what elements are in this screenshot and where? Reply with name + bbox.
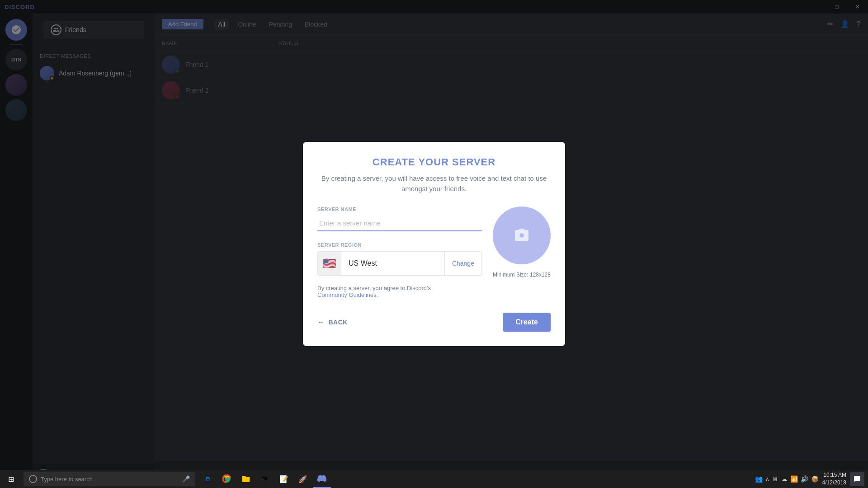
notification-badge[interactable] xyxy=(850,472,864,486)
taskbar-system-icons: 👥 ∧ 🖥 ☁ 📶 🔊 📦 xyxy=(755,475,819,483)
microphone-icon[interactable]: 🎤 xyxy=(182,475,190,483)
clock-time: 10:15 AM xyxy=(822,471,846,479)
region-name: US West xyxy=(341,259,444,267)
show-hidden-icon[interactable]: ∧ xyxy=(765,476,769,482)
search-circle-icon xyxy=(29,475,37,483)
wifi-icon: 📶 xyxy=(790,475,798,483)
back-button[interactable]: ← BACK xyxy=(317,318,348,326)
taskbar-right: 👥 ∧ 🖥 ☁ 📶 🔊 📦 10:15 AM 4/12/2018 xyxy=(755,471,868,487)
create-server-modal: CREATE YOUR SERVER By creating a server,… xyxy=(303,142,565,346)
network-icon: 🖥 xyxy=(772,475,778,483)
taskbar: ⊞ Type here to search 🎤 ⧉ 🛍 📝 🚀 xyxy=(0,470,868,488)
rocket-app[interactable]: 🚀 xyxy=(294,470,312,488)
modal-title: CREATE YOUR SERVER xyxy=(317,156,551,168)
icon-upload-area: Minimum Size: 128x128 xyxy=(493,206,551,278)
discord-app[interactable] xyxy=(313,470,331,488)
modal-body: SERVER NAME SERVER REGION 🇺🇸 US West Cha… xyxy=(317,206,551,298)
region-change-button[interactable]: Change xyxy=(444,252,481,275)
community-guidelines-link[interactable]: Community Guidelines. xyxy=(317,291,378,298)
back-arrow-icon: ← xyxy=(317,318,325,326)
server-name-input[interactable] xyxy=(317,216,482,231)
start-button[interactable]: ⊞ xyxy=(0,470,22,488)
clock-date: 4/12/2018 xyxy=(822,479,846,487)
server-name-label: SERVER NAME xyxy=(317,206,482,212)
create-button[interactable]: Create xyxy=(503,313,551,332)
modal-subtitle: By creating a server, you will have acce… xyxy=(317,174,551,194)
icon-min-size-text: Minimum Size: 128x128 xyxy=(493,272,551,278)
explorer-app[interactable] xyxy=(237,470,255,488)
region-box: 🇺🇸 US West Change xyxy=(317,251,482,276)
region-section: SERVER REGION 🇺🇸 US West Change xyxy=(317,242,482,276)
server-icon-upload[interactable] xyxy=(493,206,551,264)
chrome-app[interactable] xyxy=(218,470,236,488)
docs-app[interactable]: 📝 xyxy=(275,470,293,488)
taskbar-search-bar[interactable]: Type here to search 🎤 xyxy=(24,472,195,486)
network-people-icon: 👥 xyxy=(755,475,763,483)
store-app[interactable]: 🛍 xyxy=(256,470,274,488)
modal-form: SERVER NAME SERVER REGION 🇺🇸 US West Cha… xyxy=(317,206,482,298)
cloud-icon: ☁ xyxy=(781,475,788,483)
task-view-button[interactable]: ⧉ xyxy=(199,470,217,488)
taskbar-apps: ⧉ 🛍 📝 🚀 xyxy=(199,470,331,488)
region-flag: 🇺🇸 xyxy=(318,252,341,275)
taskbar-clock[interactable]: 10:15 AM 4/12/2018 xyxy=(822,471,846,487)
terms-text: By creating a server, you agree to Disco… xyxy=(317,285,482,298)
taskbar-search-text: Type here to search xyxy=(41,476,179,483)
modal-footer: ← BACK Create xyxy=(317,313,551,332)
modal-overlay: CREATE YOUR SERVER By creating a server,… xyxy=(0,0,868,488)
volume-icon: 🔊 xyxy=(801,475,808,483)
dropbox-icon: 📦 xyxy=(811,475,819,483)
server-region-label: SERVER REGION xyxy=(317,242,482,248)
